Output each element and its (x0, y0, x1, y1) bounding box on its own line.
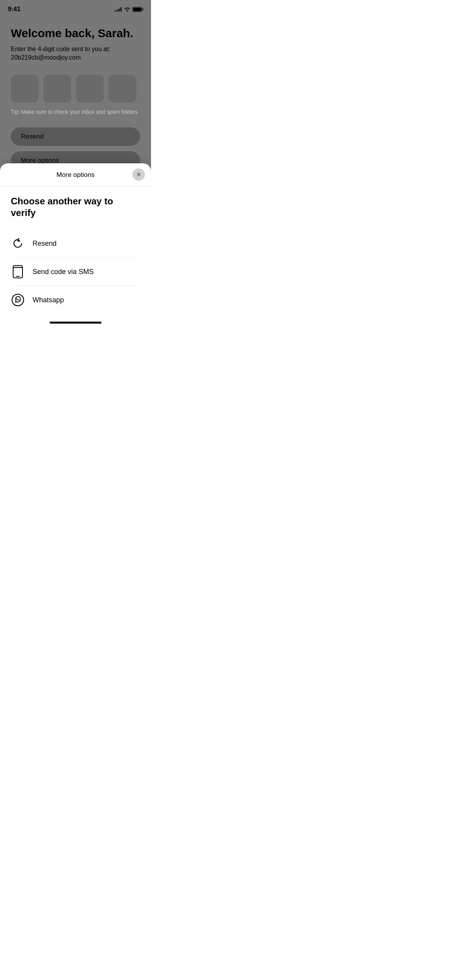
option-sms-label: Send code via SMS (33, 268, 94, 276)
option-resend[interactable]: Resend (11, 230, 140, 258)
status-bar: 9:41 (0, 0, 151, 17)
resend-icon (11, 236, 25, 250)
code-box-4[interactable] (108, 75, 136, 103)
welcome-subtitle: Enter the 4-digit code sent to you at: 2… (11, 45, 140, 62)
sheet-body: Choose another way to verify Resend (0, 186, 151, 318)
subtitle-line1: Enter the 4-digit code sent to you at: (11, 46, 110, 52)
close-icon: ✕ (136, 172, 141, 177)
option-resend-label: Resend (33, 240, 57, 248)
code-box-1[interactable] (11, 75, 39, 103)
option-whatsapp[interactable]: Whatsapp (11, 286, 140, 314)
home-indicator (0, 318, 151, 327)
page-wrapper: 9:41 Welcome back, Sarah (0, 0, 151, 327)
welcome-title: Welcome back, Sarah. (11, 26, 140, 40)
option-whatsapp-label: Whatsapp (33, 296, 64, 304)
subtitle-email: 20b219cb@moodjoy.com (11, 54, 81, 61)
tip-text: Tip: Make sure to check your inbox and s… (11, 109, 140, 115)
option-sms[interactable]: Send code via SMS (11, 258, 140, 286)
sheet-title: More options (57, 171, 94, 179)
sheet-heading: Choose another way to verify (11, 195, 140, 219)
svg-rect-1 (16, 276, 20, 277)
signal-bars-icon (115, 7, 122, 12)
sms-icon (11, 265, 25, 279)
sheet-close-button[interactable]: ✕ (132, 168, 145, 181)
status-icons (115, 7, 143, 12)
home-bar (50, 322, 101, 324)
battery-icon (132, 7, 143, 12)
whatsapp-icon (11, 293, 25, 307)
wifi-icon (124, 7, 130, 12)
resend-button[interactable]: Resend (11, 127, 140, 146)
code-box-3[interactable] (76, 75, 104, 103)
bottom-sheet: More options ✕ Choose another way to ver… (0, 163, 151, 327)
code-box-2[interactable] (43, 75, 71, 103)
status-time: 9:41 (8, 5, 21, 13)
code-inputs (11, 75, 140, 103)
sheet-header: More options ✕ (0, 163, 151, 186)
